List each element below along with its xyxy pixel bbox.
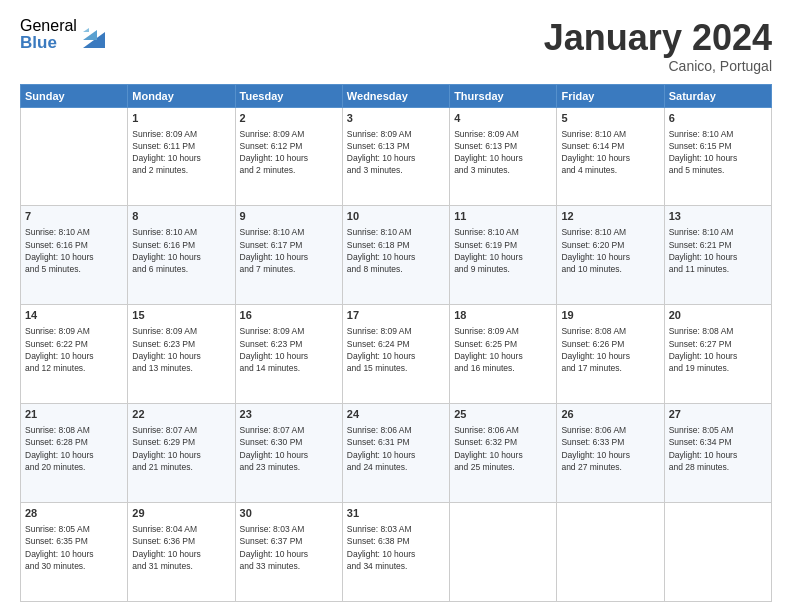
week-row-5: 28Sunrise: 8:05 AMSunset: 6:35 PMDayligh…	[21, 503, 772, 602]
day-info: Sunrise: 8:10 AMSunset: 6:18 PMDaylight:…	[347, 226, 445, 275]
day-number: 10	[347, 209, 445, 225]
day-number: 3	[347, 111, 445, 127]
calendar-cell-w4-d2: 22Sunrise: 8:07 AMSunset: 6:29 PMDayligh…	[128, 404, 235, 503]
calendar-cell-w1-d7: 6Sunrise: 8:10 AMSunset: 6:15 PMDaylight…	[664, 107, 771, 206]
calendar-cell-w5-d1: 28Sunrise: 8:05 AMSunset: 6:35 PMDayligh…	[21, 503, 128, 602]
day-info: Sunrise: 8:09 AMSunset: 6:22 PMDaylight:…	[25, 325, 123, 374]
week-row-3: 14Sunrise: 8:09 AMSunset: 6:22 PMDayligh…	[21, 305, 772, 404]
day-number: 24	[347, 407, 445, 423]
day-number: 31	[347, 506, 445, 522]
day-number: 22	[132, 407, 230, 423]
calendar-cell-w1-d1	[21, 107, 128, 206]
calendar-cell-w1-d4: 3Sunrise: 8:09 AMSunset: 6:13 PMDaylight…	[342, 107, 449, 206]
day-info: Sunrise: 8:07 AMSunset: 6:30 PMDaylight:…	[240, 424, 338, 473]
day-number: 15	[132, 308, 230, 324]
day-number: 16	[240, 308, 338, 324]
day-info: Sunrise: 8:06 AMSunset: 6:33 PMDaylight:…	[561, 424, 659, 473]
col-friday: Friday	[557, 84, 664, 107]
day-info: Sunrise: 8:09 AMSunset: 6:23 PMDaylight:…	[132, 325, 230, 374]
week-row-1: 1Sunrise: 8:09 AMSunset: 6:11 PMDaylight…	[21, 107, 772, 206]
col-monday: Monday	[128, 84, 235, 107]
calendar-cell-w2-d2: 8Sunrise: 8:10 AMSunset: 6:16 PMDaylight…	[128, 206, 235, 305]
day-number: 30	[240, 506, 338, 522]
day-number: 13	[669, 209, 767, 225]
calendar-cell-w1-d6: 5Sunrise: 8:10 AMSunset: 6:14 PMDaylight…	[557, 107, 664, 206]
day-info: Sunrise: 8:10 AMSunset: 6:19 PMDaylight:…	[454, 226, 552, 275]
calendar-cell-w3-d2: 15Sunrise: 8:09 AMSunset: 6:23 PMDayligh…	[128, 305, 235, 404]
calendar-cell-w2-d4: 10Sunrise: 8:10 AMSunset: 6:18 PMDayligh…	[342, 206, 449, 305]
day-info: Sunrise: 8:06 AMSunset: 6:31 PMDaylight:…	[347, 424, 445, 473]
calendar-cell-w5-d3: 30Sunrise: 8:03 AMSunset: 6:37 PMDayligh…	[235, 503, 342, 602]
logo-general: General	[20, 18, 77, 34]
day-number: 2	[240, 111, 338, 127]
day-number: 8	[132, 209, 230, 225]
calendar-cell-w4-d1: 21Sunrise: 8:08 AMSunset: 6:28 PMDayligh…	[21, 404, 128, 503]
day-info: Sunrise: 8:08 AMSunset: 6:28 PMDaylight:…	[25, 424, 123, 473]
day-info: Sunrise: 8:09 AMSunset: 6:25 PMDaylight:…	[454, 325, 552, 374]
day-info: Sunrise: 8:07 AMSunset: 6:29 PMDaylight:…	[132, 424, 230, 473]
calendar-cell-w2-d5: 11Sunrise: 8:10 AMSunset: 6:19 PMDayligh…	[450, 206, 557, 305]
calendar-cell-w4-d7: 27Sunrise: 8:05 AMSunset: 6:34 PMDayligh…	[664, 404, 771, 503]
calendar-cell-w3-d5: 18Sunrise: 8:09 AMSunset: 6:25 PMDayligh…	[450, 305, 557, 404]
col-sunday: Sunday	[21, 84, 128, 107]
col-wednesday: Wednesday	[342, 84, 449, 107]
week-row-4: 21Sunrise: 8:08 AMSunset: 6:28 PMDayligh…	[21, 404, 772, 503]
calendar-title: January 2024	[544, 18, 772, 58]
calendar-cell-w4-d6: 26Sunrise: 8:06 AMSunset: 6:33 PMDayligh…	[557, 404, 664, 503]
day-info: Sunrise: 8:10 AMSunset: 6:14 PMDaylight:…	[561, 128, 659, 177]
day-info: Sunrise: 8:03 AMSunset: 6:38 PMDaylight:…	[347, 523, 445, 572]
day-info: Sunrise: 8:10 AMSunset: 6:16 PMDaylight:…	[25, 226, 123, 275]
col-tuesday: Tuesday	[235, 84, 342, 107]
day-number: 23	[240, 407, 338, 423]
day-info: Sunrise: 8:09 AMSunset: 6:24 PMDaylight:…	[347, 325, 445, 374]
day-number: 26	[561, 407, 659, 423]
day-info: Sunrise: 8:03 AMSunset: 6:37 PMDaylight:…	[240, 523, 338, 572]
day-info: Sunrise: 8:05 AMSunset: 6:35 PMDaylight:…	[25, 523, 123, 572]
day-info: Sunrise: 8:04 AMSunset: 6:36 PMDaylight:…	[132, 523, 230, 572]
calendar-cell-w3-d3: 16Sunrise: 8:09 AMSunset: 6:23 PMDayligh…	[235, 305, 342, 404]
col-saturday: Saturday	[664, 84, 771, 107]
header: General Blue January 2024 Canico, Portug…	[20, 18, 772, 74]
day-info: Sunrise: 8:10 AMSunset: 6:16 PMDaylight:…	[132, 226, 230, 275]
day-info: Sunrise: 8:09 AMSunset: 6:12 PMDaylight:…	[240, 128, 338, 177]
day-number: 4	[454, 111, 552, 127]
day-number: 12	[561, 209, 659, 225]
calendar-cell-w2-d6: 12Sunrise: 8:10 AMSunset: 6:20 PMDayligh…	[557, 206, 664, 305]
day-number: 20	[669, 308, 767, 324]
day-number: 25	[454, 407, 552, 423]
logo: General Blue	[20, 18, 105, 51]
day-info: Sunrise: 8:10 AMSunset: 6:20 PMDaylight:…	[561, 226, 659, 275]
day-number: 1	[132, 111, 230, 127]
day-info: Sunrise: 8:09 AMSunset: 6:11 PMDaylight:…	[132, 128, 230, 177]
day-info: Sunrise: 8:10 AMSunset: 6:17 PMDaylight:…	[240, 226, 338, 275]
logo-text: General Blue	[20, 18, 77, 51]
day-info: Sunrise: 8:10 AMSunset: 6:21 PMDaylight:…	[669, 226, 767, 275]
col-thursday: Thursday	[450, 84, 557, 107]
day-info: Sunrise: 8:08 AMSunset: 6:27 PMDaylight:…	[669, 325, 767, 374]
calendar-cell-w3-d6: 19Sunrise: 8:08 AMSunset: 6:26 PMDayligh…	[557, 305, 664, 404]
calendar-cell-w5-d2: 29Sunrise: 8:04 AMSunset: 6:36 PMDayligh…	[128, 503, 235, 602]
page: General Blue January 2024 Canico, Portug…	[0, 0, 792, 612]
calendar-cell-w1-d2: 1Sunrise: 8:09 AMSunset: 6:11 PMDaylight…	[128, 107, 235, 206]
calendar-cell-w4-d3: 23Sunrise: 8:07 AMSunset: 6:30 PMDayligh…	[235, 404, 342, 503]
calendar-cell-w1-d5: 4Sunrise: 8:09 AMSunset: 6:13 PMDaylight…	[450, 107, 557, 206]
day-number: 29	[132, 506, 230, 522]
calendar-table: Sunday Monday Tuesday Wednesday Thursday…	[20, 84, 772, 602]
day-info: Sunrise: 8:05 AMSunset: 6:34 PMDaylight:…	[669, 424, 767, 473]
day-number: 18	[454, 308, 552, 324]
day-number: 5	[561, 111, 659, 127]
day-number: 11	[454, 209, 552, 225]
day-number: 7	[25, 209, 123, 225]
calendar-cell-w2-d1: 7Sunrise: 8:10 AMSunset: 6:16 PMDaylight…	[21, 206, 128, 305]
day-number: 17	[347, 308, 445, 324]
calendar-cell-w5-d6	[557, 503, 664, 602]
calendar-cell-w4-d5: 25Sunrise: 8:06 AMSunset: 6:32 PMDayligh…	[450, 404, 557, 503]
calendar-cell-w5-d4: 31Sunrise: 8:03 AMSunset: 6:38 PMDayligh…	[342, 503, 449, 602]
day-number: 19	[561, 308, 659, 324]
day-info: Sunrise: 8:09 AMSunset: 6:13 PMDaylight:…	[454, 128, 552, 177]
logo-blue: Blue	[20, 34, 77, 51]
calendar-cell-w4-d4: 24Sunrise: 8:06 AMSunset: 6:31 PMDayligh…	[342, 404, 449, 503]
calendar-cell-w5-d7	[664, 503, 771, 602]
day-info: Sunrise: 8:09 AMSunset: 6:13 PMDaylight:…	[347, 128, 445, 177]
calendar-cell-w5-d5	[450, 503, 557, 602]
